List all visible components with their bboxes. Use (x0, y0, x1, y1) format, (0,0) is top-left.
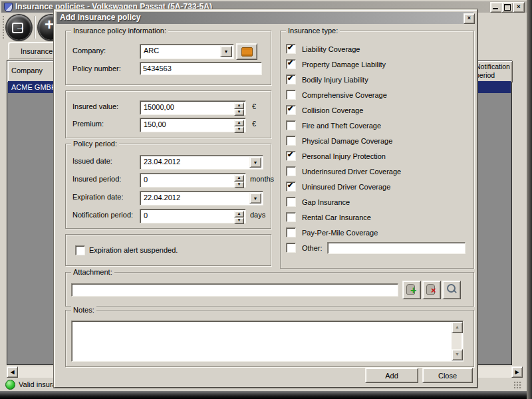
attachment-group: Attachment: + × (65, 272, 474, 307)
scroll-up-button[interactable]: ▲ (452, 322, 463, 333)
insurance-type-checkbox[interactable]: ✔ (286, 105, 296, 115)
insurance-type-label: Rental Car Insurance (302, 213, 371, 221)
insured-value-spinner[interactable]: ▲ ▼ (234, 102, 244, 116)
dialog-close-button[interactable]: × (464, 13, 475, 24)
other-input[interactable] (327, 242, 466, 254)
premium-input[interactable]: 150,00 ▲ ▼ (140, 118, 246, 132)
attachment-view-button[interactable] (442, 281, 461, 299)
attachment-input[interactable] (71, 283, 398, 297)
insurance-type-option[interactable]: ✔ Underinsured Driver Coverage (286, 164, 468, 179)
insurance-type-checkbox[interactable]: ✔ (286, 90, 296, 100)
currency-label: € (252, 120, 256, 128)
insurance-type-group: Insurance type: ✔ Liability Coverage ✔ P… (280, 31, 474, 269)
insurance-type-option[interactable]: ✔ Comprehensive Coverage (286, 87, 468, 102)
notes-group: Notes: ▲ ▼ (65, 310, 474, 367)
company-combobox[interactable]: ARC ▼ (140, 44, 234, 59)
insured-period-input[interactable]: 0 ▲ ▼ (140, 173, 246, 188)
insurance-type-label: Personal Injury Protection (302, 152, 386, 160)
spin-down-icon[interactable]: ▼ (234, 109, 244, 116)
insurance-type-option[interactable]: ✔ Rental Car Insurance (286, 209, 468, 225)
notes-textarea[interactable] (71, 321, 464, 362)
notification-period-spinner[interactable]: ▲ ▼ (234, 211, 244, 224)
app-icon (4, 3, 13, 12)
spin-up-icon[interactable]: ▲ (234, 211, 244, 217)
insurance-type-checkbox[interactable]: ✔ (286, 59, 296, 69)
spin-up-icon[interactable]: ▲ (234, 120, 244, 126)
scroll-left-button[interactable]: ◀ (7, 366, 18, 378)
insurance-type-option[interactable]: ✔ Bodily Injury Liability (286, 72, 468, 87)
column-header-notification-period[interactable]: Notification period (days) (471, 61, 511, 81)
chevron-down-icon: ▼ (253, 196, 258, 201)
chevron-down-icon: ▼ (253, 160, 258, 165)
scroll-right-button[interactable]: ▶ (511, 366, 523, 378)
insurance-type-checkbox[interactable]: ✔ (286, 197, 296, 207)
insured-period-spinner[interactable]: ▲ ▼ (234, 175, 244, 188)
spin-up-icon[interactable]: ▲ (234, 102, 244, 109)
insurance-type-option[interactable]: ✔ Fire and Theft Coverage (286, 118, 468, 133)
insurance-type-option[interactable]: ✔ Gap Insurance (286, 194, 468, 209)
check-icon: ✔ (287, 74, 293, 82)
insurance-type-checkbox[interactable]: ✔ (286, 120, 296, 130)
spin-up-icon[interactable]: ▲ (234, 175, 244, 182)
insurance-type-option[interactable]: ✔ Property Damage Liability (286, 57, 468, 72)
spin-down-icon[interactable]: ▼ (234, 126, 244, 133)
company-browse-button[interactable] (236, 43, 257, 60)
insured-value-label: Insured value: (72, 102, 118, 110)
add-button[interactable]: Add (365, 368, 418, 383)
insurance-type-option[interactable]: ✔ Personal Injury Protection (286, 148, 468, 164)
notification-period-value: 0 (144, 211, 148, 219)
premium-spinner[interactable]: ▲ ▼ (234, 120, 244, 133)
policy-period-caption: Policy period: (71, 140, 119, 148)
insurance-type-option[interactable]: ✔ Collision Coverage (286, 102, 468, 118)
insurance-type-caption: Insurance type: (286, 27, 340, 35)
toolbar-grip (3, 16, 4, 39)
expiration-alert-suspended-checkbox[interactable] (75, 245, 85, 255)
attachment-caption: Attachment: (71, 268, 114, 277)
maximize-button[interactable] (501, 2, 513, 13)
insurance-type-option[interactable]: ✔ Pay-Per-Mile Coverage (286, 225, 468, 240)
insurance-type-label: Other: (302, 244, 323, 252)
resize-grip[interactable] (513, 381, 522, 390)
issued-date-dropdown-button[interactable]: ▼ (249, 157, 261, 168)
insurance-type-checkbox[interactable]: ✔ (286, 44, 296, 54)
insurance-type-checkbox[interactable]: ✔ (286, 136, 296, 146)
insurance-type-checkbox[interactable]: ✔ (286, 227, 296, 237)
status-valid-icon (5, 380, 15, 390)
spin-down-icon[interactable]: ▼ (234, 182, 244, 188)
insurance-type-checkbox[interactable]: ✔ (286, 166, 296, 176)
arrow-icon: → (15, 21, 25, 32)
dialog-titlebar: Add insurance policy (57, 12, 473, 24)
notes-scrollbar[interactable]: ▲ ▼ (452, 322, 462, 360)
notes-caption: Notes: (71, 306, 96, 315)
attachment-add-button[interactable]: + (402, 281, 421, 299)
insurance-type-checkbox[interactable]: ✔ (286, 182, 296, 192)
insurance-type-label: Pay-Per-Mile Coverage (302, 229, 378, 237)
scroll-down-button[interactable]: ▼ (452, 349, 463, 360)
attachment-remove-button[interactable]: × (422, 281, 441, 299)
insurance-type-checkbox[interactable]: ✔ (286, 243, 296, 253)
close-dialog-button[interactable]: Close (422, 368, 473, 383)
policy-number-input[interactable] (140, 62, 262, 75)
company-dropdown-button[interactable]: ▼ (220, 46, 232, 57)
spin-down-icon[interactable]: ▼ (234, 217, 244, 224)
minimize-icon (493, 8, 498, 9)
scroll-right-icon: ▶ (515, 369, 519, 375)
notification-period-input[interactable]: 0 ▲ ▼ (140, 209, 246, 223)
suspend-group: Expiration alert suspended. (65, 234, 271, 266)
insurance-type-option[interactable]: ✔ Uninsured Driver Coverage (286, 179, 468, 194)
insurance-type-label: Collision Coverage (302, 106, 363, 114)
insurance-type-checkbox[interactable]: ✔ (286, 74, 296, 84)
expiration-date-combobox[interactable]: 22.04.2012 ▼ (140, 191, 263, 205)
issued-date-combobox[interactable]: 23.04.2012 ▼ (140, 155, 263, 170)
insurance-type-option[interactable]: ✔ Liability Coverage (286, 41, 468, 57)
insured-value-input[interactable]: 15000,00 ▲ ▼ (140, 100, 246, 115)
insurance-type-checkbox[interactable]: ✔ (286, 151, 296, 161)
export-button[interactable]: → (7, 15, 31, 40)
close-window-button[interactable]: × (513, 2, 525, 13)
minimize-button[interactable] (490, 2, 502, 13)
insurance-type-option[interactable]: ✔ Other: (286, 240, 468, 255)
insurance-type-checkbox[interactable]: ✔ (286, 212, 296, 222)
expiration-date-dropdown-button[interactable]: ▼ (249, 193, 261, 203)
insurance-type-option[interactable]: ✔ Physical Damage Coverage (286, 133, 468, 148)
insured-value-text: 15000,00 (144, 103, 174, 111)
